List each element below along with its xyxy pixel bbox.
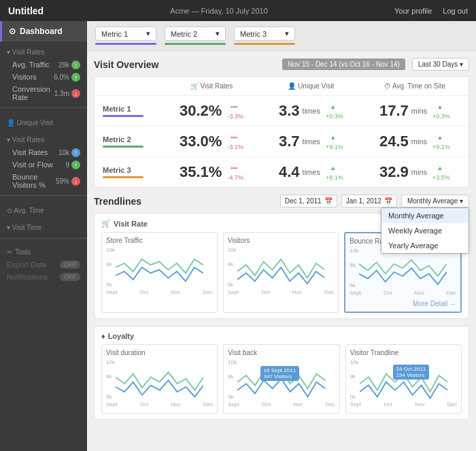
- topbar-actions: Your profile Log out: [394, 7, 468, 15]
- period-select[interactable]: Monthly Average ▾: [401, 195, 469, 207]
- metric-color-line: [103, 115, 143, 117]
- mini-bars-icon: ▲: [437, 165, 443, 171]
- chart-area-visitor-trandline: 10k 8k 5k 24 Oct 2011194 Visitors: [350, 359, 457, 400]
- sidebar-item-label: Visit or Flow: [12, 161, 53, 169]
- chart-area-visit-duration: 10k 8k 5k: [106, 359, 213, 400]
- chevron-down-icon: ▾: [285, 29, 289, 38]
- sidebar-section-unique-visit: 👤 Unique Visit: [0, 112, 87, 129]
- sidebar-item-label: Conversion Rate: [12, 85, 54, 101]
- person-icon: 👤: [288, 82, 296, 90]
- trendlines-loyalty: ♦ Loyalty Visit duration 10k 8k 5k: [94, 326, 469, 420]
- date-range-select[interactable]: Last 30 Days ▾: [412, 58, 469, 71]
- visit-rate-cell: 33.0% ▪▪▪ -3.1%: [162, 127, 261, 157]
- metric-2-selector[interactable]: Metric 2 ▾: [165, 27, 226, 45]
- sidebar-item-label: Visit Rates: [12, 148, 48, 156]
- topbar: Untitled Acme — Friday, 10 July 2010 You…: [0, 0, 476, 21]
- more-detail-link[interactable]: More Detail →: [350, 300, 456, 307]
- chart-x-labels: SeptOctNovDec: [228, 400, 335, 409]
- metric-2-dropdown[interactable]: Metric 2 ▾: [165, 27, 226, 41]
- metric-cell: Metric 2: [95, 127, 162, 157]
- sidebar-item-label: Visitors: [12, 73, 37, 81]
- mini-bars-icon: ▲: [330, 134, 336, 141]
- metric-color-line: [103, 146, 143, 148]
- loyalty-icon: ♦: [101, 332, 105, 340]
- period-option-weekly[interactable]: Weekly Average: [381, 223, 469, 238]
- sidebar-divider2: [0, 195, 87, 196]
- visit-rate-cell: 35.1% ▪▪▪ -4.7%: [162, 157, 261, 188]
- trendlines-title: Trendlines: [94, 196, 141, 207]
- sidebar-tool-export: Export Data OFF: [0, 258, 87, 271]
- chevron-down-icon: ▾: [146, 29, 150, 38]
- metric-3-selector[interactable]: Metric 3 ▾: [234, 27, 295, 45]
- sidebar-item-visitors[interactable]: Visitors 6.0%↑: [0, 71, 87, 83]
- metric-2-line: [165, 43, 226, 45]
- date-range-btn[interactable]: Nov 15 - Dec 14 (vs Oct 16 - Nov 14): [282, 59, 405, 70]
- sidebar-item-label: Bounce Visitors %: [12, 173, 56, 189]
- mini-bars-icon: ▪▪▪: [231, 103, 237, 110]
- metric-cell: Metric 1: [95, 96, 162, 127]
- sidebar: ⊙ Dashboard ▾ Visit Rates Avg. Traffic 2…: [0, 21, 87, 451]
- sidebar-item-conversion-rate[interactable]: Conversion Rate 1.3m↓: [0, 83, 87, 103]
- sidebar-section-avg-time: ⊙ Avg. Time: [0, 200, 87, 217]
- date-to-label: Jan 1, 2012: [346, 197, 381, 205]
- chevron-down-icon: ▾: [460, 197, 463, 205]
- chart-title: Visitors: [228, 237, 335, 244]
- logout-link[interactable]: Log out: [443, 7, 468, 15]
- metric-3-label: Metric 3: [240, 30, 267, 38]
- export-toggle[interactable]: OFF: [60, 261, 80, 269]
- sidebar-item-label: Avg. Traffic: [12, 61, 50, 69]
- chart-title: Visit duration: [106, 349, 213, 356]
- notifications-toggle[interactable]: OFF: [60, 273, 80, 281]
- main-content: Metric 1 ▾ Metric 2 ▾ Metric 3 ▾: [87, 21, 476, 451]
- date-range-label: Last 30 Days: [418, 61, 458, 68]
- chart-title: Visit back: [228, 349, 335, 356]
- dashboard-label: Dashboard: [20, 27, 63, 36]
- period-option-yearly[interactable]: Yearly Average: [381, 238, 469, 253]
- badge-red: ↓: [71, 177, 80, 186]
- chart-area-visit-back: 10k 8k 5k 16 Sept 2011347 Visitors: [228, 359, 335, 400]
- avg-time-cell: 32.9 mins ▲ +3.5%: [361, 157, 469, 188]
- chart-area-visitors: 10k 8k 5k: [228, 247, 335, 288]
- chart-x-labels: SeptOctNovDec: [228, 288, 335, 297]
- metric-1-selector[interactable]: Metric 1 ▾: [95, 27, 156, 45]
- date-from-label: Dec 1, 2011: [285, 197, 322, 205]
- content-area: Visit Overview Nov 15 - Dec 14 (vs Oct 1…: [87, 51, 476, 433]
- sidebar-item-bounce-visitors[interactable]: Bounce Visitors % 59%↓: [0, 171, 87, 191]
- table-row: Metric 1 30.2% ▪▪▪ -3.3% 3.3 times ▲ +0.…: [95, 96, 469, 127]
- tree-icon: ▾: [7, 48, 10, 56]
- metric-1-dropdown[interactable]: Metric 1 ▾: [95, 27, 156, 41]
- period-select-container: Monthly Average ▾ Monthly Average Weekly…: [401, 195, 469, 207]
- sidebar-item-visit-or-flow[interactable]: Visit or Flow 9↑: [0, 158, 87, 171]
- trendlines-header: Trendlines Dec 1, 2011 📅 Jan 1, 2012 📅 M…: [94, 195, 469, 207]
- sidebar-dashboard[interactable]: ⊙ Dashboard: [0, 21, 87, 41]
- loyalty-charts: Visit duration 10k 8k 5k SeptOctNovDec: [101, 344, 462, 414]
- calendar-icon: 📅: [384, 197, 392, 205]
- chart-area-store-traffic: 10k 8k 5k: [106, 247, 213, 288]
- metric-1-line: [95, 43, 156, 45]
- dashboard-icon: ⊙: [9, 27, 16, 36]
- chart-x-labels: SeptOctNovDec: [106, 400, 213, 409]
- sidebar-tools-label: ✂ Tools: [0, 243, 87, 258]
- sidebar-item-avg-traffic[interactable]: Avg. Traffic 29k↑: [0, 59, 87, 71]
- cart-icon: 🛒: [101, 219, 111, 228]
- table-row: Metric 3 35.1% ▪▪▪ -4.7% 4.4 times ▲ +8.…: [95, 157, 469, 188]
- avg-time-cell: 24.5 mins ▲ +9.1%: [361, 127, 469, 157]
- profile-link[interactable]: Your profile: [394, 7, 432, 15]
- mini-bars-icon: ▲: [330, 165, 336, 171]
- unique-visit-cell: 3.7 times ▲ +9.1%: [261, 127, 361, 157]
- metric-3-dropdown[interactable]: Metric 3 ▾: [234, 27, 295, 41]
- tools-icon: ✂: [7, 248, 12, 256]
- chart-visitors: Visitors 10k 8k 5k SeptOctNovDec: [223, 232, 339, 313]
- table-row: Metric 2 33.0% ▪▪▪ -3.1% 3.7 times ▲ +9.…: [95, 127, 469, 157]
- sidebar-item-visit-rates-sub[interactable]: Visit Rates 10k↑: [0, 146, 87, 158]
- metric-3-line: [234, 43, 295, 45]
- tools-label: Tools: [15, 248, 31, 256]
- visit-rate-cell: 30.2% ▪▪▪ -3.3%: [162, 96, 261, 127]
- period-option-monthly[interactable]: Monthly Average: [381, 208, 469, 223]
- chevron-down-icon: ▾: [460, 61, 463, 68]
- date-to-input[interactable]: Jan 1, 2012 📅: [341, 195, 397, 207]
- date-from-input[interactable]: Dec 1, 2011 📅: [280, 195, 337, 207]
- metric-color-line: [103, 176, 143, 178]
- avg-time-cell: 17.7 mins ▲ +0.3%: [361, 96, 469, 127]
- mini-bars-icon: ▪▪▪: [231, 165, 237, 171]
